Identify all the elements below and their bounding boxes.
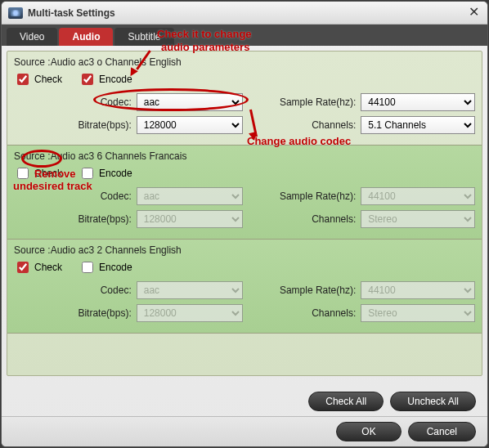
titlebar: Multi-task Settings ✕ — [2, 2, 487, 25]
channels-select[interactable]: 5.1 Channels — [361, 116, 475, 134]
bitrate-select: 128000 — [137, 210, 243, 228]
channels-label: Channels: — [267, 119, 361, 131]
encode-label: Encode — [99, 262, 132, 273]
codec-select: aac — [137, 187, 243, 205]
codec-label: Codec: — [14, 284, 137, 296]
footer: Check All Uncheck All OK Cancel — [2, 387, 487, 446]
track-1: Source :Audio ac3 o Channels English Che… — [7, 52, 482, 146]
check-checkbox[interactable]: Check — [14, 259, 62, 276]
check-all-button[interactable]: Check All — [308, 392, 384, 411]
track-source: Source :Audio ac3 2 Channels English — [14, 244, 475, 256]
settings-window: Multi-task Settings ✕ Video Audio Subtit… — [1, 1, 488, 447]
tab-bar: Video Audio Subtitle — [2, 25, 487, 46]
codec-select: aac — [137, 281, 243, 299]
track-source: Source :Audio ac3 6 Channels Francais — [14, 150, 475, 162]
channels-select: Stereo — [361, 210, 475, 228]
app-icon — [8, 7, 23, 19]
cancel-button[interactable]: Cancel — [408, 422, 476, 441]
track-source: Source :Audio ac3 o Channels English — [14, 56, 475, 68]
encode-label: Encode — [99, 168, 132, 179]
check-label: Check — [34, 74, 62, 85]
check-checkbox[interactable]: Check — [14, 71, 62, 87]
channels-label: Channels: — [267, 213, 361, 225]
sample-rate-select[interactable]: 44100 — [361, 93, 475, 111]
tab-video[interactable]: Video — [7, 28, 57, 46]
track-panel: Source :Audio ac3 o Channels English Che… — [7, 51, 482, 376]
encode-checkbox[interactable]: Encode — [79, 71, 132, 87]
encode-checkbox[interactable]: Encode — [79, 259, 132, 276]
sample-rate-select: 44100 — [361, 187, 475, 205]
codec-label: Codec: — [14, 190, 137, 202]
encode-label: Encode — [99, 74, 132, 85]
bitrate-label: Bitrate(bps): — [14, 307, 137, 319]
check-label: Check — [34, 262, 62, 273]
channels-label: Channels: — [267, 307, 361, 319]
sample-rate-label: Sample Rate(hz): — [267, 284, 361, 296]
bitrate-select: 128000 — [137, 304, 243, 322]
channels-select: Stereo — [361, 304, 475, 322]
track-2: Source :Audio ac3 6 Channels Francais Ch… — [7, 146, 482, 240]
encode-checkbox[interactable]: Encode — [79, 165, 132, 181]
track-3: Source :Audio ac3 2 Channels English Che… — [7, 240, 482, 334]
sample-rate-select: 44100 — [361, 281, 475, 299]
codec-select[interactable]: aac — [137, 93, 243, 111]
close-icon[interactable]: ✕ — [466, 6, 481, 20]
window-title: Multi-task Settings — [28, 7, 466, 19]
bitrate-select[interactable]: 128000 — [137, 116, 243, 134]
sample-rate-label: Sample Rate(hz): — [267, 190, 361, 202]
codec-label: Codec: — [14, 96, 137, 108]
bitrate-label: Bitrate(bps): — [14, 119, 137, 131]
check-label: Check — [34, 168, 62, 179]
uncheck-all-button[interactable]: Uncheck All — [390, 392, 476, 411]
tab-subtitle[interactable]: Subtitle — [114, 28, 173, 46]
tab-audio[interactable]: Audio — [59, 28, 113, 46]
ok-button[interactable]: OK — [336, 422, 401, 441]
sample-rate-label: Sample Rate(hz): — [267, 96, 361, 108]
check-checkbox[interactable]: Check — [14, 165, 62, 181]
bitrate-label: Bitrate(bps): — [14, 213, 137, 225]
